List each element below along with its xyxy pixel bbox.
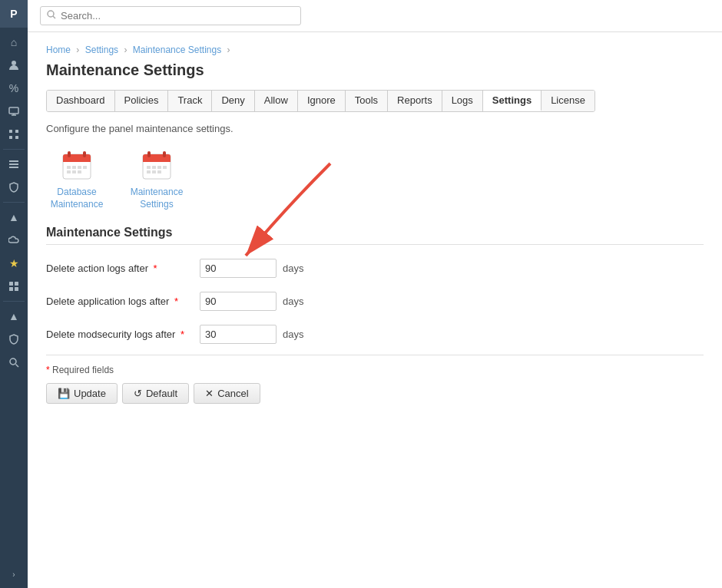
svg-rect-30: [78, 170, 81, 173]
default-button[interactable]: ↺ Default: [122, 383, 189, 404]
tab-deny[interactable]: Deny: [212, 91, 254, 111]
shield2-icon[interactable]: [0, 328, 28, 351]
shield-icon[interactable]: [0, 176, 28, 199]
update-button[interactable]: 💾 Update: [46, 383, 118, 404]
breadcrumb-home[interactable]: Home: [46, 45, 71, 55]
search-input[interactable]: [61, 10, 294, 21]
svg-rect-9: [9, 164, 18, 165]
tabs-container: Dashboard Policies Track Deny Allow Igno…: [46, 90, 595, 112]
svg-rect-35: [163, 151, 166, 157]
svg-rect-12: [15, 282, 18, 286]
topbar: [28, 0, 722, 32]
cancel-button[interactable]: ✕ Cancel: [194, 383, 260, 404]
svg-rect-24: [67, 166, 71, 169]
form-row-app-logs: Delete application logs after * days: [46, 289, 704, 314]
percent-icon[interactable]: %: [0, 77, 28, 100]
tab-allow[interactable]: Allow: [255, 91, 298, 111]
update-label: Update: [74, 388, 106, 399]
group2-icon[interactable]: [0, 275, 28, 298]
home-icon[interactable]: ⌂: [0, 31, 28, 54]
svg-rect-1: [9, 107, 18, 114]
tab-logs[interactable]: Logs: [442, 91, 483, 111]
list-icon[interactable]: [0, 153, 28, 176]
action-logs-unit: days: [283, 263, 303, 274]
star-icon[interactable]: ★: [0, 252, 28, 275]
svg-rect-10: [9, 167, 18, 168]
default-icon: ↺: [134, 388, 142, 399]
page-description: Configure the panel maintenance settings…: [46, 123, 704, 134]
update-icon: 💾: [58, 388, 70, 399]
required-star-3: *: [180, 329, 184, 340]
page-title: Maintenance Settings: [46, 61, 704, 79]
breadcrumb-settings[interactable]: Settings: [85, 45, 118, 55]
svg-point-0: [12, 61, 16, 65]
svg-rect-38: [157, 166, 161, 169]
svg-rect-27: [83, 166, 87, 169]
chevron-up2-icon[interactable]: ▲: [0, 305, 28, 328]
action-logs-input[interactable]: [200, 259, 277, 278]
svg-line-16: [16, 365, 19, 368]
sidebar-expand-btn[interactable]: ›: [0, 567, 28, 582]
arrow-container: Delete action logs after * days Delete a…: [46, 256, 704, 347]
action-buttons: 💾 Update ↺ Default ✕ Cancel: [46, 383, 704, 404]
database-maintenance-label: DatabaseMaintenance: [51, 187, 104, 210]
form-row-action-logs: Delete action logs after * days: [46, 256, 704, 281]
svg-rect-25: [72, 166, 76, 169]
required-star-1: *: [154, 263, 157, 274]
maintenance-settings-icon[interactable]: MaintenanceSettings: [126, 147, 187, 210]
svg-rect-13: [9, 287, 13, 291]
svg-rect-41: [152, 170, 156, 173]
app-logs-input[interactable]: [200, 292, 277, 311]
tab-settings[interactable]: Settings: [483, 91, 542, 111]
svg-rect-14: [15, 287, 18, 291]
tab-license[interactable]: License: [542, 91, 594, 111]
app-logs-unit: days: [283, 296, 303, 307]
breadcrumb-current[interactable]: Maintenance Settings: [133, 45, 221, 55]
cancel-label: Cancel: [217, 388, 248, 399]
modsec-logs-unit: days: [283, 329, 303, 340]
svg-rect-6: [9, 136, 12, 139]
tab-ignore[interactable]: Ignore: [298, 91, 346, 111]
search-box[interactable]: [40, 6, 301, 25]
svg-rect-11: [9, 282, 13, 286]
app-logs-label: Delete application logs after *: [46, 296, 200, 307]
tab-track[interactable]: Track: [168, 91, 212, 111]
modsec-logs-input[interactable]: [200, 325, 277, 344]
svg-rect-23: [83, 151, 86, 157]
monitor-icon[interactable]: [0, 100, 28, 123]
modsec-logs-label: Delete modsecurity logs after *: [46, 329, 200, 340]
svg-rect-5: [15, 130, 18, 133]
database-maintenance-icon[interactable]: DatabaseMaintenance: [46, 147, 108, 210]
chevron-up-icon[interactable]: ▲: [0, 206, 28, 229]
tab-reports[interactable]: Reports: [388, 91, 442, 111]
svg-rect-21: [63, 160, 91, 162]
svg-rect-7: [15, 136, 18, 139]
content-area: Home › Settings › Maintenance Settings ›…: [28, 32, 722, 588]
svg-rect-22: [68, 151, 71, 157]
svg-rect-33: [143, 160, 171, 162]
icon-grid: DatabaseMaintenance: [46, 147, 704, 210]
svg-rect-4: [9, 130, 12, 133]
svg-rect-40: [147, 170, 151, 173]
svg-rect-28: [67, 170, 71, 173]
tab-policies[interactable]: Policies: [115, 91, 169, 111]
svg-rect-29: [72, 170, 76, 173]
sidebar: P ⌂ % ▲ ★ ▲ ›: [0, 0, 28, 588]
svg-rect-34: [147, 151, 151, 157]
svg-rect-42: [157, 170, 161, 173]
form-row-modsec-logs: Delete modsecurity logs after * days: [46, 322, 704, 347]
search-icon: [47, 10, 56, 21]
cloud-icon[interactable]: [0, 229, 28, 252]
tab-dashboard[interactable]: Dashboard: [47, 91, 115, 111]
svg-line-18: [53, 16, 55, 18]
required-note: * Required fields: [46, 365, 704, 375]
breadcrumb: Home › Settings › Maintenance Settings ›: [46, 45, 704, 55]
apps-icon[interactable]: [0, 123, 28, 146]
section-title: Maintenance Settings: [46, 226, 704, 245]
search2-icon[interactable]: [0, 351, 28, 374]
maintenance-settings-label: MaintenanceSettings: [131, 187, 184, 210]
svg-point-15: [10, 358, 16, 365]
tab-tools[interactable]: Tools: [346, 91, 388, 111]
user-icon[interactable]: [0, 54, 28, 77]
svg-point-17: [48, 11, 54, 17]
